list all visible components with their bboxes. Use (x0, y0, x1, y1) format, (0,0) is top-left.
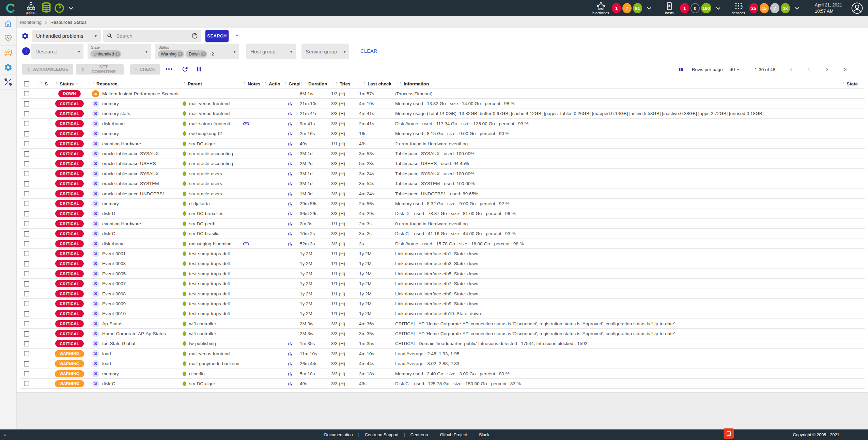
parent-name[interactable]: wifi-controller (189, 321, 216, 326)
resource-name[interactable]: disk-/home (102, 121, 125, 126)
resource-name[interactable]: load (102, 361, 111, 366)
remove-chip-icon[interactable]: × (201, 52, 206, 56)
table-row[interactable]: CRITICAL S Event-0009 test-snmp-traps-de… (20, 298, 865, 308)
row-checkbox[interactable] (24, 371, 29, 376)
table-row[interactable]: CRITICAL S Event-0008 test-snmp-traps-de… (20, 289, 865, 298)
row-checkbox[interactable] (24, 191, 29, 196)
resource-name[interactable]: oracle-tablespace-SYSAUX (102, 151, 159, 156)
chevron-down-icon[interactable] (69, 7, 73, 10)
row-checkbox[interactable] (24, 141, 29, 146)
sidebar-item-administration[interactable] (0, 75, 16, 89)
remove-chip-icon[interactable]: × (178, 52, 183, 56)
row-checkbox[interactable] (24, 261, 29, 266)
hosts-menu[interactable]: hosts 10160 (662, 0, 722, 16)
parent-name[interactable]: test-snmp-traps-dell (189, 251, 230, 256)
column-header-parent[interactable]: Parent (179, 81, 239, 86)
parent-name[interactable]: fw-publishing (189, 341, 216, 346)
resource-name[interactable]: Event-0005 (102, 271, 126, 276)
resource-name[interactable]: memory (102, 101, 119, 106)
services-menu[interactable]: services 251571k (731, 0, 801, 16)
sidebar-item-monitoring[interactable] (0, 31, 16, 46)
row-checkbox[interactable] (24, 211, 29, 216)
table-row[interactable]: CRITICAL S Event-0007 test-snmp-traps-de… (20, 278, 865, 288)
search-help-icon[interactable] (191, 33, 198, 39)
parent-name[interactable]: test-snmp-traps-dell (189, 281, 230, 286)
resource-name[interactable]: Event-0009 (102, 301, 126, 306)
acknowledge-button[interactable]: ACKNOWLEDGE (22, 64, 73, 75)
row-checkbox[interactable] (24, 281, 29, 287)
business-activities-menu[interactable]: b.activities 1791 (592, 0, 653, 16)
footer-link[interactable]: Centreon Support (359, 433, 404, 437)
graph-icon[interactable] (287, 361, 293, 366)
graph-icon[interactable] (287, 161, 293, 166)
graph-icon[interactable] (287, 131, 293, 136)
graph-icon[interactable] (287, 191, 293, 197)
column-header-status[interactable]: Status (51, 81, 88, 86)
table-row[interactable]: CRITICAL S Home-Corporate-AP-Ap-Status w… (20, 328, 865, 338)
parent-name[interactable]: messaging-bluemind (189, 241, 232, 246)
parent-name[interactable]: test-snmp-traps-dell (189, 271, 230, 276)
graph-icon[interactable] (287, 201, 293, 207)
host-group-filter-select[interactable]: Host group (246, 44, 296, 59)
column-header-tries[interactable]: Tries (331, 81, 359, 86)
check-button[interactable]: CHECK (130, 64, 160, 75)
graph-icon[interactable] (287, 381, 293, 387)
service-group-filter-select[interactable]: Service group (301, 44, 349, 59)
parent-name[interactable]: mail-venus-frontend (189, 351, 230, 356)
row-checkbox[interactable] (24, 171, 29, 176)
resource-name[interactable]: disk-/home (102, 241, 125, 246)
table-row[interactable]: CRITICAL S memory-stats mail-venus-front… (20, 109, 865, 118)
row-checkbox[interactable] (24, 301, 29, 306)
filter-preset-select[interactable]: Unhandled problems (32, 30, 101, 42)
column-header-action[interactable]: Action (260, 81, 280, 86)
column-header-resource[interactable]: Resource (88, 81, 179, 86)
graph-icon[interactable] (287, 141, 293, 147)
graph-icon[interactable] (287, 241, 293, 247)
chevron-down-icon[interactable] (716, 7, 720, 10)
parent-name[interactable]: mail-venus-frontend (189, 111, 230, 116)
footer-link[interactable]: Centreon (405, 433, 433, 437)
fullscreen-button[interactable] (724, 428, 734, 439)
parent-name[interactable]: test-snmp-traps-dell (189, 311, 230, 316)
row-checkbox[interactable] (24, 161, 29, 166)
parent-name[interactable]: srv-DC-brasilia (189, 231, 219, 236)
table-row[interactable]: CRITICAL S Event-0005 test-snmp-traps-de… (20, 268, 865, 278)
table-row[interactable]: CRITICAL S memory mail-venus-frontend 21… (20, 98, 865, 108)
column-header-last-check[interactable]: Last check (359, 81, 395, 86)
row-checkbox[interactable] (24, 101, 29, 107)
table-row[interactable]: CRITICAL S oracle-tablespace-SYSAUX srv-… (20, 148, 865, 158)
refresh-button[interactable] (181, 65, 189, 74)
next-page-button[interactable] (824, 66, 831, 73)
breadcrumb-resources-status[interactable]: Resources Status (50, 20, 87, 25)
centreon-logo[interactable] (0, 3, 21, 14)
parent-name[interactable]: srv-oracle-accounting (189, 161, 233, 166)
parent-name[interactable]: sw-hongkong-01 (189, 131, 223, 136)
parent-name[interactable]: wifi-controller (189, 331, 216, 336)
row-checkbox[interactable] (24, 291, 29, 296)
column-header-severity[interactable]: S (36, 81, 51, 86)
previous-page-button[interactable] (805, 66, 812, 73)
row-checkbox[interactable] (24, 221, 29, 226)
parent-name[interactable]: mail-ganymede-backend (189, 361, 239, 366)
resource-name[interactable]: oracle-tablespace-SYSAUX (102, 171, 159, 176)
footer-link[interactable]: Slack (474, 433, 495, 437)
table-row[interactable]: WARNING S load mail-venus-frontend 11m 1… (20, 348, 865, 358)
graph-icon[interactable] (287, 351, 293, 357)
parent-name[interactable]: srv-DC-alger (189, 141, 215, 146)
last-page-button[interactable] (842, 66, 849, 73)
state-filter-select[interactable]: State Unhandled × (88, 44, 151, 59)
row-checkbox[interactable] (24, 271, 29, 276)
table-row[interactable]: CRITICAL S oracle-tablespace-USERS srv-o… (20, 159, 865, 168)
table-row[interactable]: CRITICAL S memory rt-djakarta 29m 56s 3/… (20, 198, 865, 208)
edit-columns-button[interactable] (678, 66, 684, 73)
table-row[interactable]: CRITICAL S Event-0001 test-snmp-traps-de… (20, 248, 865, 258)
graph-icon[interactable] (287, 111, 293, 116)
row-checkbox[interactable] (24, 351, 29, 356)
table-row[interactable]: WARNING S load mail-ganymede-backend 26m… (20, 359, 865, 369)
resource-name[interactable]: load (102, 351, 111, 356)
resource-name[interactable]: memory (102, 131, 119, 136)
graph-icon[interactable] (287, 181, 293, 186)
resource-name[interactable]: Ap-Status (102, 321, 122, 326)
column-header-duration[interactable]: Duration (300, 81, 331, 86)
parent-name[interactable]: mail-venus-frontend (189, 101, 230, 106)
